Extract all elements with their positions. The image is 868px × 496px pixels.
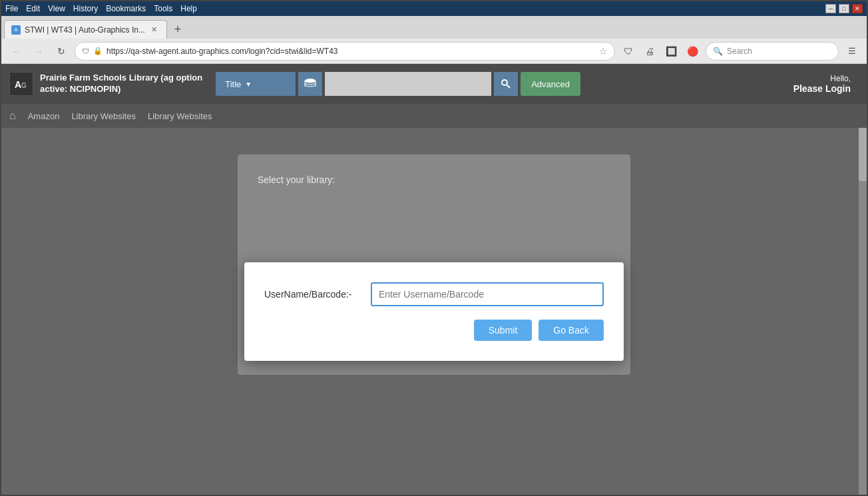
username-field-label: UserName/Barcode:- bbox=[264, 289, 364, 300]
close-button[interactable]: ✕ bbox=[852, 4, 863, 13]
bookmark-star-icon[interactable]: ☆ bbox=[599, 46, 608, 57]
address-bar: ← → ↻ 🛡 🔒 https://qa-stwi-agent.auto-gra… bbox=[1, 39, 867, 64]
maximize-button[interactable]: □ bbox=[839, 4, 849, 13]
hello-label: Hello, bbox=[793, 74, 851, 83]
title-bar: File Edit View History Bookmarks Tools H… bbox=[1, 1, 867, 16]
modal-buttons: Submit Go Back bbox=[264, 320, 604, 341]
please-login-label[interactable]: Please Login bbox=[793, 83, 851, 94]
modal-field-row: UserName/Barcode:- bbox=[264, 282, 604, 306]
active-tab[interactable]: A STWI | WT43 | Auto-Graphics In... ✕ bbox=[4, 20, 167, 39]
tab-close-button[interactable]: ✕ bbox=[149, 25, 160, 35]
tab-favicon: A bbox=[11, 25, 21, 35]
window-controls: ─ □ ✕ bbox=[825, 4, 863, 13]
modal-goback-button[interactable]: Go Back bbox=[539, 320, 604, 341]
nav-link-amazon[interactable]: Amazon bbox=[28, 111, 60, 121]
address-text: https://qa-stwi-agent.auto-graphics.com/… bbox=[107, 47, 595, 56]
shield-icon: 🛡 bbox=[82, 47, 89, 55]
search-type-select[interactable]: Title ▼ bbox=[216, 72, 296, 96]
scrollbar-thumb[interactable] bbox=[859, 128, 867, 181]
library-search-bar: Title ▼ bbox=[216, 72, 786, 96]
new-tab-button[interactable]: + bbox=[168, 20, 187, 39]
lock-icon: 🔒 bbox=[93, 47, 103, 55]
ag-logo: A G bbox=[9, 72, 33, 96]
search-go-button[interactable] bbox=[494, 72, 518, 96]
browser-window: File Edit View History Bookmarks Tools H… bbox=[0, 0, 868, 496]
menu-file[interactable]: File bbox=[5, 4, 18, 13]
library-name-line2: active: NCIPNOPIN) bbox=[40, 84, 202, 95]
back-button[interactable]: ← bbox=[7, 42, 25, 61]
menu-help[interactable]: Help bbox=[180, 4, 197, 13]
hello-section: Hello, Please Login bbox=[793, 74, 859, 94]
svg-text:G: G bbox=[21, 82, 27, 89]
main-area: Select your library: Remember Me? Forgot… bbox=[1, 128, 867, 495]
print-icon[interactable]: 🖨 bbox=[640, 42, 659, 61]
refresh-button[interactable]: ↻ bbox=[52, 42, 71, 61]
nav-link-library-websites-2[interactable]: Library Websites bbox=[148, 111, 212, 121]
search-icon: 🔍 bbox=[713, 47, 723, 56]
address-input-wrap[interactable]: 🛡 🔒 https://qa-stwi-agent.auto-graphics.… bbox=[75, 42, 615, 61]
library-header: A G Prairie Farm Schools Library (ag opt… bbox=[1, 64, 867, 104]
menu-edit[interactable]: Edit bbox=[26, 4, 40, 13]
tab-title: STWI | WT43 | Auto-Graphics In... bbox=[25, 25, 145, 35]
menu-view[interactable]: View bbox=[48, 4, 65, 13]
menu-bar: File Edit View History Bookmarks Tools H… bbox=[5, 4, 197, 13]
search-placeholder: Search bbox=[727, 47, 752, 56]
library-search-input[interactable] bbox=[325, 72, 491, 96]
menu-bookmarks[interactable]: Bookmarks bbox=[106, 4, 146, 13]
search-type-label: Title bbox=[225, 79, 241, 89]
toolbar-icons: 🛡 🖨 🔲 🔴 bbox=[619, 42, 702, 61]
minimize-button[interactable]: ─ bbox=[825, 4, 836, 13]
forward-button[interactable]: → bbox=[29, 42, 48, 61]
svg-point-6 bbox=[502, 80, 507, 85]
library-name-line1: Prairie Farm Schools Library (ag option bbox=[40, 73, 202, 84]
nav-link-library-websites-1[interactable]: Library Websites bbox=[71, 111, 136, 121]
extension-icon-shield[interactable]: 🔴 bbox=[683, 42, 702, 61]
advanced-search-button[interactable]: Advanced bbox=[521, 72, 580, 96]
shield-toolbar-icon[interactable]: 🛡 bbox=[619, 42, 638, 61]
tab-bar: A STWI | WT43 | Auto-Graphics In... ✕ + bbox=[1, 16, 867, 39]
modal-submit-button[interactable]: Submit bbox=[474, 320, 533, 341]
username-input[interactable] bbox=[371, 282, 604, 306]
home-icon[interactable]: ⌂ bbox=[9, 110, 16, 122]
dropdown-chevron-icon: ▼ bbox=[245, 81, 252, 88]
svg-line-7 bbox=[507, 85, 511, 89]
svg-text:A: A bbox=[15, 79, 21, 90]
extension-icon-red[interactable]: 🔲 bbox=[662, 42, 680, 61]
menu-tools[interactable]: Tools bbox=[154, 4, 172, 13]
nav-bar: ⌂ Amazon Library Websites Library Websit… bbox=[1, 104, 867, 128]
scrollbar[interactable] bbox=[859, 128, 867, 495]
page-content: A G Prairie Farm Schools Library (ag opt… bbox=[1, 64, 867, 495]
database-icon[interactable] bbox=[298, 72, 322, 96]
hamburger-menu-button[interactable]: ☰ bbox=[843, 42, 861, 61]
menu-history[interactable]: History bbox=[73, 4, 98, 13]
browser-search-box[interactable]: 🔍 Search bbox=[706, 42, 839, 61]
username-modal: UserName/Barcode:- Submit Go Back bbox=[244, 262, 624, 361]
modal-overlay: UserName/Barcode:- Submit Go Back bbox=[1, 128, 867, 495]
